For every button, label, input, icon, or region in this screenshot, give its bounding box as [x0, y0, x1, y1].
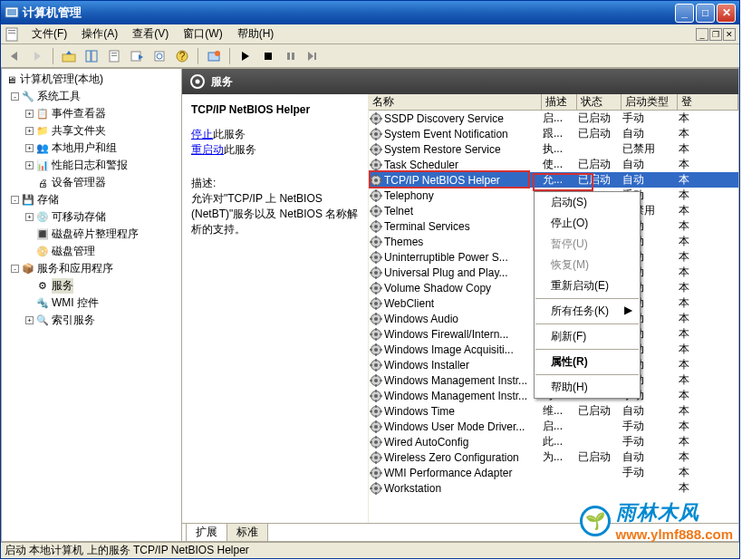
tab-extended[interactable]: 扩展	[186, 524, 227, 541]
ctx-all-tasks[interactable]: 所有任务(K)▶	[535, 301, 640, 322]
table-row[interactable]: Windows User Mode Driver...启...手动本	[369, 419, 738, 434]
ctx-start[interactable]: 启动(S)	[535, 192, 640, 213]
tree-disk-mgmt[interactable]: 📀磁盘管理	[4, 243, 179, 260]
table-row[interactable]: TCP/IP NetBIOS Helper允...已启动自动本	[369, 172, 738, 188]
gear-icon	[370, 282, 382, 294]
table-row[interactable]: Wired AutoConfig此...手动本	[369, 434, 738, 449]
collapse-icon[interactable]: -	[11, 265, 19, 273]
expand-icon[interactable]: +	[25, 127, 34, 135]
tree-storage[interactable]: -💾存储	[4, 191, 179, 208]
svg-rect-24	[287, 53, 290, 60]
document-icon	[5, 27, 19, 42]
help-button[interactable]: ?	[172, 46, 192, 66]
wmi-icon: 🔩	[35, 297, 50, 310]
col-logon[interactable]: 登	[678, 94, 738, 110]
gear-icon	[370, 405, 382, 418]
expand-icon[interactable]: +	[25, 161, 34, 169]
table-row[interactable]: WMI Performance Adapter手动本	[369, 465, 738, 480]
ctx-resume: 恢复(M)	[535, 255, 640, 275]
gear-icon	[370, 451, 382, 464]
svg-point-85	[374, 256, 378, 259]
ctx-help[interactable]: 帮助(H)	[535, 377, 640, 398]
maximize-button[interactable]: □	[696, 4, 715, 23]
restart-button[interactable]	[304, 46, 323, 66]
tree-services-apps[interactable]: -📦服务和应用程序	[4, 260, 179, 277]
menu-file[interactable]: 文件(F)	[24, 24, 74, 43]
toolbar: ?	[1, 44, 739, 68]
tab-standard[interactable]: 标准	[226, 524, 268, 541]
tree-services[interactable]: ⚙服务	[4, 277, 179, 294]
up-button[interactable]	[59, 46, 79, 66]
refresh-button[interactable]	[149, 46, 169, 66]
back-button[interactable]	[5, 46, 24, 66]
forward-button[interactable]	[27, 46, 47, 66]
table-row[interactable]: Workstation本	[369, 480, 738, 496]
gear-icon	[370, 112, 382, 125]
tree-device-manager[interactable]: 🖨设备管理器	[4, 174, 179, 191]
statusbar-text: 启动 本地计算机 上的服务 TCP/IP NetBIOS Helper	[5, 543, 249, 558]
ctx-restart[interactable]: 重新启动(E)	[535, 275, 640, 296]
tree-defrag[interactable]: 🔳磁盘碎片整理程序	[4, 226, 179, 243]
tree-local-users[interactable]: +👥本地用户和组	[4, 140, 179, 157]
ctx-refresh[interactable]: 刷新(F)	[535, 326, 640, 347]
pause-button[interactable]	[281, 46, 301, 66]
ctx-properties[interactable]: 属性(R)	[535, 352, 640, 372]
menu-help[interactable]: 帮助(H)	[230, 24, 282, 43]
table-row[interactable]: System Event Notification跟...已启动自动本	[369, 126, 738, 141]
show-hide-button[interactable]	[82, 46, 101, 66]
svg-point-103	[374, 302, 378, 305]
svg-point-157	[374, 440, 378, 444]
expand-icon[interactable]: +	[25, 213, 34, 221]
properties-button[interactable]	[104, 46, 124, 66]
table-row[interactable]: Windows Time维...已启动自动本	[369, 403, 738, 419]
play-button[interactable]	[236, 46, 255, 66]
ctx-stop[interactable]: 停止(O)	[535, 213, 640, 234]
menu-window[interactable]: 窗口(W)	[176, 24, 229, 43]
svg-point-109	[374, 317, 378, 321]
minimize-button[interactable]: _	[675, 4, 694, 23]
stop-button[interactable]	[258, 46, 278, 66]
gear-icon	[370, 374, 382, 387]
gear-icon	[370, 205, 382, 217]
menu-view[interactable]: 查看(V)	[125, 24, 176, 43]
export-button[interactable]	[127, 46, 147, 66]
new-window-button[interactable]	[204, 46, 224, 66]
device-icon: 🖨	[35, 177, 50, 189]
tree-event-viewer[interactable]: +📋事件查看器	[4, 105, 179, 122]
tree-system-tools[interactable]: -🔧系统工具	[4, 88, 179, 105]
tree-root[interactable]: 🖥计算机管理(本地)	[4, 71, 179, 88]
perf-icon: 📊	[35, 159, 50, 172]
share-icon: 📁	[35, 125, 50, 138]
table-row[interactable]: Wireless Zero Configuration为...已启动自动本	[369, 449, 738, 465]
expand-icon[interactable]: +	[25, 110, 34, 118]
close-button[interactable]: ✕	[717, 4, 736, 23]
stop-link[interactable]: 停止	[191, 128, 213, 140]
window-title: 计算机管理	[23, 5, 675, 21]
table-row[interactable]: Task Scheduler使...已启动自动本	[369, 157, 738, 172]
restart-link[interactable]: 重启动	[191, 143, 224, 156]
mdi-restore-button[interactable]: ❐	[709, 28, 722, 41]
tree-indexing[interactable]: +🔍索引服务	[4, 312, 179, 329]
svg-point-115	[374, 333, 378, 336]
menu-action[interactable]: 操作(A)	[74, 24, 125, 43]
expand-icon[interactable]: +	[25, 316, 34, 324]
svg-rect-23	[265, 53, 272, 60]
collapse-icon[interactable]: -	[11, 92, 19, 101]
mdi-close-button[interactable]: ✕	[723, 28, 736, 41]
tree-wmi[interactable]: 🔩WMI 控件	[4, 294, 179, 312]
tree-removable[interactable]: +💿可移动存储	[4, 208, 179, 226]
table-row[interactable]: System Restore Service执...已禁用本	[369, 141, 738, 157]
table-row[interactable]: SSDP Discovery Service启...已启动手动本	[369, 111, 738, 126]
svg-point-175	[374, 487, 378, 490]
tree-shared-folders[interactable]: +📁共享文件夹	[4, 122, 179, 140]
expand-icon[interactable]: +	[25, 144, 34, 152]
collapse-icon[interactable]: -	[11, 196, 19, 204]
mdi-minimize-button[interactable]: _	[696, 28, 708, 41]
col-name[interactable]: 名称	[369, 94, 542, 110]
tree-performance[interactable]: +📊性能日志和警报	[4, 157, 179, 174]
col-startup-type[interactable]: 启动类型	[622, 94, 678, 110]
event-icon: 📋	[35, 108, 50, 121]
col-status[interactable]: 状态	[577, 94, 622, 110]
col-description[interactable]: 描述	[542, 94, 577, 110]
svg-rect-7	[63, 54, 75, 62]
